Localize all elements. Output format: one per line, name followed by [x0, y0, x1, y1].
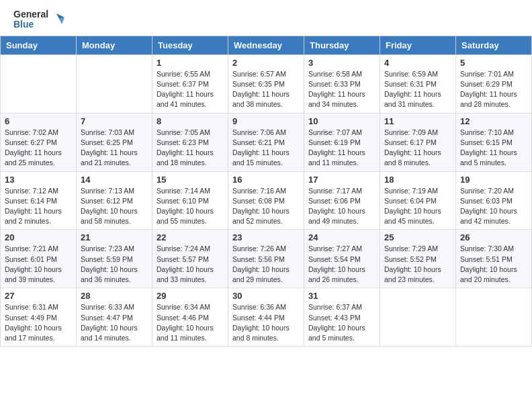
day-info: Sunrise: 6:34 AM Sunset: 4:46 PM Dayligh… [157, 302, 224, 343]
logo-general-text: General [13, 9, 48, 19]
day-info: Sunrise: 7:16 AM Sunset: 6:08 PM Dayligh… [232, 186, 300, 227]
day-info: Sunrise: 7:14 AM Sunset: 6:10 PM Dayligh… [157, 186, 224, 227]
day-info: Sunrise: 7:09 AM Sunset: 6:17 PM Dayligh… [384, 128, 451, 169]
calendar-body: 1Sunrise: 6:55 AM Sunset: 6:37 PM Daylig… [1, 54, 532, 346]
day-number: 28 [81, 291, 148, 301]
day-number: 26 [460, 232, 527, 242]
logo-bird-icon [50, 12, 64, 27]
calendar-cell [1, 54, 77, 113]
calendar-cell: 31Sunrise: 6:37 AM Sunset: 4:43 PM Dayli… [304, 288, 380, 347]
day-info: Sunrise: 6:59 AM Sunset: 6:31 PM Dayligh… [384, 69, 451, 110]
calendar-cell: 28Sunrise: 6:33 AM Sunset: 4:47 PM Dayli… [77, 288, 152, 347]
calendar-cell: 6Sunrise: 7:02 AM Sunset: 6:27 PM Daylig… [1, 113, 77, 171]
calendar-cell: 10Sunrise: 7:07 AM Sunset: 6:19 PM Dayli… [304, 113, 380, 171]
day-info: Sunrise: 6:36 AM Sunset: 4:44 PM Dayligh… [232, 302, 300, 343]
day-info: Sunrise: 6:55 AM Sunset: 6:37 PM Dayligh… [157, 69, 224, 110]
day-number: 21 [81, 232, 148, 242]
day-number: 11 [384, 116, 451, 126]
day-header-tuesday: Tuesday [152, 36, 228, 54]
day-number: 7 [81, 116, 148, 126]
calendar-table: SundayMondayTuesdayWednesdayThursdayFrid… [0, 36, 532, 347]
calendar-cell: 15Sunrise: 7:14 AM Sunset: 6:10 PM Dayli… [152, 171, 228, 230]
day-info: Sunrise: 6:58 AM Sunset: 6:33 PM Dayligh… [308, 69, 375, 110]
day-info: Sunrise: 7:21 AM Sunset: 6:01 PM Dayligh… [5, 244, 72, 285]
calendar-cell: 2Sunrise: 6:57 AM Sunset: 6:35 PM Daylig… [228, 54, 304, 113]
calendar-cell [77, 54, 152, 113]
day-info: Sunrise: 7:07 AM Sunset: 6:19 PM Dayligh… [308, 128, 375, 169]
day-header-saturday: Saturday [456, 36, 532, 54]
logo-wordmark: General Blue [13, 9, 64, 30]
day-info: Sunrise: 7:23 AM Sunset: 5:59 PM Dayligh… [81, 244, 148, 285]
day-info: Sunrise: 7:12 AM Sunset: 6:14 PM Dayligh… [5, 186, 72, 227]
calendar-cell: 23Sunrise: 7:26 AM Sunset: 5:56 PM Dayli… [228, 230, 304, 288]
day-header-wednesday: Wednesday [228, 36, 304, 54]
day-number: 23 [232, 232, 300, 242]
calendar-cell: 29Sunrise: 6:34 AM Sunset: 4:46 PM Dayli… [152, 288, 228, 347]
calendar-cell: 21Sunrise: 7:23 AM Sunset: 5:59 PM Dayli… [77, 230, 152, 288]
calendar-cell: 24Sunrise: 7:27 AM Sunset: 5:54 PM Dayli… [304, 230, 380, 288]
calendar-week-5: 27Sunrise: 6:31 AM Sunset: 4:49 PM Dayli… [1, 288, 532, 347]
calendar-cell: 22Sunrise: 7:24 AM Sunset: 5:57 PM Dayli… [152, 230, 228, 288]
day-number: 19 [460, 175, 527, 185]
day-info: Sunrise: 7:26 AM Sunset: 5:56 PM Dayligh… [232, 244, 300, 285]
day-header-monday: Monday [77, 36, 152, 54]
day-info: Sunrise: 7:01 AM Sunset: 6:29 PM Dayligh… [460, 69, 527, 110]
calendar-cell: 16Sunrise: 7:16 AM Sunset: 6:08 PM Dayli… [228, 171, 304, 230]
day-info: Sunrise: 7:02 AM Sunset: 6:27 PM Dayligh… [5, 128, 72, 169]
day-number: 15 [157, 175, 224, 185]
day-number: 25 [384, 232, 451, 242]
day-header-sunday: Sunday [1, 36, 77, 54]
day-number: 14 [81, 175, 148, 185]
day-number: 5 [460, 58, 527, 68]
day-number: 30 [232, 291, 300, 301]
day-info: Sunrise: 7:03 AM Sunset: 6:25 PM Dayligh… [81, 128, 148, 169]
calendar-cell: 5Sunrise: 7:01 AM Sunset: 6:29 PM Daylig… [456, 54, 532, 113]
day-number: 3 [308, 58, 375, 68]
day-info: Sunrise: 6:37 AM Sunset: 4:43 PM Dayligh… [308, 302, 375, 343]
calendar-cell: 1Sunrise: 6:55 AM Sunset: 6:37 PM Daylig… [152, 54, 228, 113]
day-header-friday: Friday [380, 36, 456, 54]
day-info: Sunrise: 7:10 AM Sunset: 6:15 PM Dayligh… [460, 128, 527, 169]
day-number: 12 [460, 116, 527, 126]
day-number: 16 [232, 175, 300, 185]
day-number: 18 [384, 175, 451, 185]
calendar-cell: 26Sunrise: 7:30 AM Sunset: 5:51 PM Dayli… [456, 230, 532, 288]
calendar-cell: 17Sunrise: 7:17 AM Sunset: 6:06 PM Dayli… [304, 171, 380, 230]
calendar-cell: 27Sunrise: 6:31 AM Sunset: 4:49 PM Dayli… [1, 288, 77, 347]
calendar-week-1: 1Sunrise: 6:55 AM Sunset: 6:37 PM Daylig… [1, 54, 532, 113]
day-number: 29 [157, 291, 224, 301]
calendar-week-4: 20Sunrise: 7:21 AM Sunset: 6:01 PM Dayli… [1, 230, 532, 288]
calendar-cell [456, 288, 532, 347]
day-info: Sunrise: 7:05 AM Sunset: 6:23 PM Dayligh… [157, 128, 224, 169]
calendar-header-row: SundayMondayTuesdayWednesdayThursdayFrid… [1, 36, 532, 54]
calendar-cell: 14Sunrise: 7:13 AM Sunset: 6:12 PM Dayli… [77, 171, 152, 230]
day-info: Sunrise: 7:06 AM Sunset: 6:21 PM Dayligh… [232, 128, 300, 169]
day-info: Sunrise: 7:30 AM Sunset: 5:51 PM Dayligh… [460, 244, 527, 285]
day-info: Sunrise: 7:27 AM Sunset: 5:54 PM Dayligh… [308, 244, 375, 285]
calendar-cell: 7Sunrise: 7:03 AM Sunset: 6:25 PM Daylig… [77, 113, 152, 171]
day-info: Sunrise: 6:31 AM Sunset: 4:49 PM Dayligh… [5, 302, 72, 343]
calendar-cell: 20Sunrise: 7:21 AM Sunset: 6:01 PM Dayli… [1, 230, 77, 288]
calendar-cell: 13Sunrise: 7:12 AM Sunset: 6:14 PM Dayli… [1, 171, 77, 230]
day-info: Sunrise: 6:57 AM Sunset: 6:35 PM Dayligh… [232, 69, 300, 110]
day-number: 4 [384, 58, 451, 68]
day-number: 2 [232, 58, 300, 68]
calendar-cell: 19Sunrise: 7:20 AM Sunset: 6:03 PM Dayli… [456, 171, 532, 230]
day-info: Sunrise: 7:24 AM Sunset: 5:57 PM Dayligh… [157, 244, 224, 285]
page-header: General Blue [0, 0, 532, 36]
day-number: 6 [5, 116, 72, 126]
day-number: 24 [308, 232, 375, 242]
day-number: 8 [157, 116, 224, 126]
day-info: Sunrise: 7:13 AM Sunset: 6:12 PM Dayligh… [81, 186, 148, 227]
calendar-cell: 18Sunrise: 7:19 AM Sunset: 6:04 PM Dayli… [380, 171, 456, 230]
day-info: Sunrise: 7:20 AM Sunset: 6:03 PM Dayligh… [460, 186, 527, 227]
day-number: 9 [232, 116, 300, 126]
logo: General Blue [13, 9, 64, 30]
calendar-cell [380, 288, 456, 347]
day-number: 1 [157, 58, 224, 68]
day-number: 22 [157, 232, 224, 242]
day-info: Sunrise: 7:29 AM Sunset: 5:52 PM Dayligh… [384, 244, 451, 285]
day-number: 13 [5, 175, 72, 185]
calendar-cell: 30Sunrise: 6:36 AM Sunset: 4:44 PM Dayli… [228, 288, 304, 347]
calendar-cell: 8Sunrise: 7:05 AM Sunset: 6:23 PM Daylig… [152, 113, 228, 171]
